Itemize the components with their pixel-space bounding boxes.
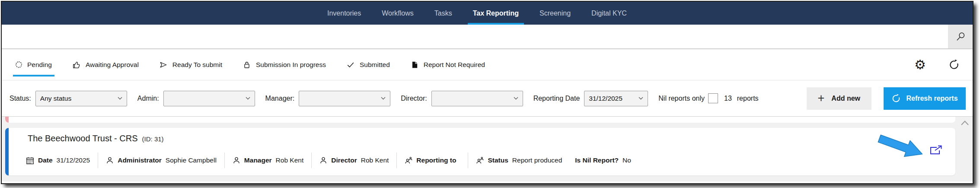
nav-item-digital-kyc[interactable]: Digital KYC	[589, 2, 629, 25]
tab-report-not-required[interactable]: Report Not Required	[410, 49, 486, 80]
chevron-down-icon	[118, 97, 122, 100]
nil-reports-label: Nil reports only	[658, 95, 705, 102]
refresh-reports-label: Refresh reports	[906, 95, 958, 102]
field-reporting-to: Reporting to	[405, 156, 460, 164]
tab-bar-actions: ⚙	[914, 49, 960, 80]
chevron-down-icon	[638, 97, 643, 100]
nav-item-inventories[interactable]: Inventories	[325, 2, 363, 25]
send-icon	[160, 61, 167, 69]
tab-pending[interactable]: Pending	[15, 49, 53, 80]
tab-awaiting-approval[interactable]: Awaiting Approval	[72, 49, 140, 80]
chevron-down-icon	[514, 97, 518, 100]
previous-report-card-partial	[5, 117, 955, 123]
admin-filter-label: Admin:	[137, 95, 159, 102]
refresh-reports-button[interactable]: Refresh reports	[884, 87, 966, 110]
director-filter: Director:	[401, 91, 523, 106]
reporting-date-label: Reporting Date	[533, 95, 580, 102]
nav-label: Tasks	[434, 10, 452, 17]
admin-filter-select[interactable]	[163, 91, 255, 106]
field-value: 31/12/2025	[57, 156, 90, 164]
active-tab-underline	[13, 75, 54, 76]
spinner-icon	[16, 61, 22, 68]
chevron-down-icon	[381, 97, 386, 100]
nil-reports-checkbox[interactable]	[708, 93, 718, 103]
card-title-row: The Beechwood Trust - CRS (ID: 31)	[28, 134, 164, 143]
filter-bar: Status: Any status Admin: Manager:	[2, 80, 973, 117]
reporting-date-filter: Reporting Date 31/12/2025	[533, 91, 648, 106]
nav-label: Tax Reporting	[473, 10, 519, 17]
people-icon	[405, 156, 412, 164]
search-input[interactable]	[2, 25, 948, 48]
field-label: Director	[331, 156, 357, 164]
add-new-label: Add new	[831, 95, 860, 102]
field-status: Status Report produced	[476, 156, 562, 164]
report-list: The Beechwood Trust - CRS (ID: 31)	[2, 117, 973, 182]
tab-submission-in-progress[interactable]: Submission In progress	[242, 49, 327, 80]
field-value: No	[622, 156, 631, 164]
document-icon	[411, 61, 418, 69]
search-button[interactable]	[948, 25, 973, 48]
field-divider	[396, 153, 397, 168]
nav-item-workflows[interactable]: Workflows	[380, 2, 416, 25]
tab-label: Report Not Required	[424, 61, 485, 69]
chevron-up-icon	[961, 120, 969, 126]
admin-filter: Admin:	[137, 91, 255, 106]
field-label: Is Nil Report?	[575, 156, 619, 164]
status-filter-select[interactable]: Any status	[35, 91, 127, 106]
field-divider	[311, 153, 312, 168]
field-manager: Manager Rob Kent	[233, 156, 303, 164]
refresh-icon[interactable]	[948, 59, 960, 70]
tab-label: Submitted	[360, 61, 390, 69]
thumbs-up-icon	[73, 61, 80, 69]
person-icon	[106, 156, 114, 164]
nav-item-tax-reporting[interactable]: Tax Reporting	[471, 2, 521, 25]
field-value: Rob Kent	[276, 156, 304, 164]
open-report-button[interactable]	[929, 145, 942, 155]
field-date: Date 31/12/2025	[26, 156, 90, 165]
gear-icon[interactable]: ⚙	[914, 58, 926, 71]
field-value: Sophie Campbell	[166, 156, 217, 164]
card-id: (ID: 31)	[142, 135, 164, 143]
report-count: 13 reports	[724, 95, 759, 102]
director-filter-label: Director:	[401, 95, 427, 102]
field-label: Date	[38, 156, 53, 164]
scroll-up-button[interactable]	[961, 120, 969, 126]
add-new-button[interactable]: + Add new	[807, 87, 871, 110]
nav-label: Inventories	[327, 10, 361, 17]
tab-ready-to-submit[interactable]: Ready To submit	[159, 49, 223, 80]
tab-label: Submission In progress	[256, 61, 326, 69]
status-filter-value: Any status	[40, 95, 118, 102]
nav-item-screening[interactable]: Screening	[537, 2, 573, 25]
field-value: Rob Kent	[361, 156, 389, 164]
top-nav: Inventories Workflows Tasks Tax Reportin…	[2, 2, 973, 25]
tab-submitted[interactable]: Submitted	[346, 49, 391, 80]
field-label: Status	[488, 156, 508, 164]
manager-filter-select[interactable]	[299, 91, 390, 106]
card-title: The Beechwood Trust - CRS	[28, 134, 138, 143]
status-tab-bar: Pending Awaiting Approval Ready To submi…	[2, 49, 973, 80]
person-icon	[319, 156, 327, 164]
app-window: Inventories Workflows Tasks Tax Reportin…	[1, 1, 974, 184]
nav-label: Screening	[539, 10, 571, 17]
nil-reports-filter: Nil reports only	[658, 93, 718, 103]
nav-item-tasks[interactable]: Tasks	[432, 2, 454, 25]
director-filter-select[interactable]	[431, 91, 523, 106]
field-divider	[98, 153, 98, 168]
field-director: Director Rob Kent	[319, 156, 389, 164]
calendar-icon	[26, 156, 34, 165]
nav-label: Workflows	[382, 10, 414, 17]
status-filter: Status: Any status	[10, 91, 127, 106]
field-administrator: Administrator Sophie Campbell	[106, 156, 217, 164]
field-label: Manager	[244, 156, 272, 164]
lock-icon	[243, 61, 251, 69]
report-count-number: 13	[724, 95, 732, 102]
people-icon	[476, 156, 484, 164]
external-link-icon	[929, 145, 942, 155]
reporting-date-value: 31/12/2025	[589, 95, 638, 102]
reporting-date-select[interactable]: 31/12/2025	[584, 91, 648, 106]
field-divider	[224, 153, 225, 168]
field-label: Administrator	[118, 156, 162, 164]
refresh-icon	[891, 94, 901, 103]
report-card[interactable]: The Beechwood Trust - CRS (ID: 31)	[5, 128, 955, 175]
status-filter-label: Status:	[10, 95, 31, 102]
